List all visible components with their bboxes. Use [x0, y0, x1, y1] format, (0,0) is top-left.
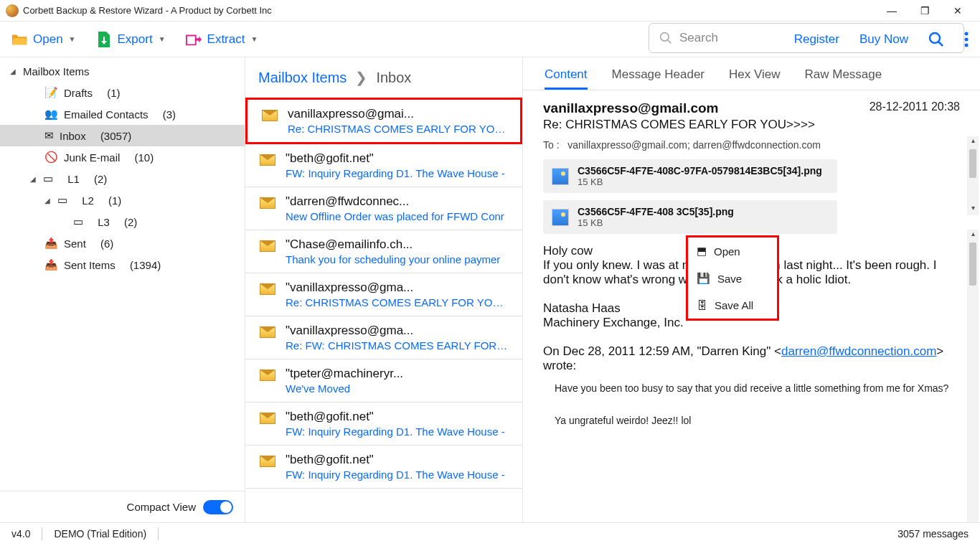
tree-item-drafts[interactable]: 📝Drafts (1) — [0, 82, 245, 103]
email-subject: FW: Inquiry Regarding D1. The Wave House… — [286, 468, 505, 481]
to-value: vanillaxpresso@gmail.com; darren@ffwdcon… — [567, 139, 821, 151]
context-save[interactable]: 💾Save — [688, 265, 777, 292]
tree-item-l2[interactable]: ◢▭ L2 (1) — [0, 189, 245, 211]
tree-item-inbox[interactable]: ✉Inbox (3057) — [0, 125, 245, 146]
email-from: "tpeter@machineryr... — [286, 367, 403, 381]
minimize-button[interactable]: — — [875, 0, 908, 22]
tree-label: Inbox — [60, 130, 86, 142]
search-icon — [659, 32, 672, 44]
body-scrollbar[interactable]: ▴ — [967, 230, 979, 522]
compact-view-toggle[interactable]: Compact View — [0, 491, 245, 522]
extract-button[interactable]: Extract ▼ — [186, 32, 258, 47]
tab-hex-view[interactable]: Hex View — [729, 67, 781, 90]
email-item[interactable]: "vanillaxpresso@gma...Re: FW: CHRISTMAS … — [245, 316, 522, 359]
context-open[interactable]: ⬒Open — [688, 237, 777, 265]
scroll-thumb[interactable] — [969, 149, 976, 178]
email-list-column: Mailbox Items ❯ Inbox vanillaxpresso@gma… — [245, 57, 523, 522]
more-button[interactable] — [964, 32, 969, 47]
toggle-switch[interactable] — [203, 500, 233, 514]
email-item[interactable]: "beth@gofit.net"FW: Inquiry Regarding D1… — [245, 446, 522, 489]
tree-item-junk[interactable]: 🚫Junk E-mail (10) — [0, 146, 245, 168]
envelope-icon — [262, 110, 278, 121]
scroll-thumb[interactable] — [969, 242, 976, 286]
quoted-message: Have you been too busy to say that you d… — [543, 380, 960, 428]
tab-label: Message Header — [612, 67, 705, 81]
email-from: "beth@gofit.net" — [286, 410, 505, 424]
sidebar: ◢Mailbox Items 📝Drafts (1) 👥Emailed Cont… — [0, 57, 245, 522]
tree-count: (1394) — [130, 259, 161, 271]
open-button[interactable]: Open ▼ — [11, 32, 76, 47]
email-item[interactable]: "darren@ffwdconnec...New Offline Order w… — [245, 187, 522, 230]
search-input[interactable]: Search — [649, 23, 964, 53]
search-placeholder: Search — [679, 31, 718, 45]
tab-raw-message[interactable]: Raw Message — [805, 67, 882, 90]
folder-icon: ▭ — [73, 215, 83, 228]
draft-icon: 📝 — [44, 86, 58, 99]
email-from: vanillaxpresso@gmai... — [288, 107, 510, 121]
email-subject: Re: FW: CHRISTMAS COMES EARLY FOR YOU> — [286, 339, 508, 352]
email-from: "Chase@emailinfo.ch... — [286, 237, 500, 252]
envelope-icon — [260, 456, 275, 467]
more-vertical-icon — [964, 32, 969, 47]
message-date: 28-12-2011 20:38 — [870, 100, 960, 113]
scroll-up-icon[interactable]: ▴ — [967, 136, 979, 148]
tree-count: (2) — [124, 216, 137, 228]
email-from: "beth@gofit.net" — [286, 453, 505, 467]
open-label: Open — [33, 32, 63, 47]
envelope-icon — [260, 283, 275, 295]
breadcrumb-root[interactable]: Mailbox Items — [258, 70, 347, 86]
context-save-all[interactable]: 🗄Save All — [688, 292, 777, 319]
sent-icon: 📤 — [44, 258, 58, 271]
email-subject: New Offline Order was placed for FFWD Co… — [286, 210, 504, 222]
email-list[interactable]: vanillaxpresso@gmai...Re: CHRISTMAS COME… — [245, 98, 522, 522]
close-button[interactable]: ✕ — [941, 0, 974, 22]
scroll-up-icon[interactable]: ▴ — [967, 230, 979, 241]
scroll-down-icon[interactable]: ▾ — [967, 204, 979, 215]
attachment-item[interactable]: C3566C5F-4F7E-408 3C5[35].png15 KB — [543, 200, 837, 234]
email-item[interactable]: "Chase@emailinfo.ch...Thank you for sche… — [245, 230, 522, 273]
context-label: Open — [714, 245, 740, 258]
tree-item-sent-items[interactable]: 📤Sent Items (1394) — [0, 254, 245, 276]
breadcrumb: Mailbox Items ❯ Inbox — [245, 57, 522, 98]
tree-item-l1[interactable]: ◢▭ L1 (2) — [0, 168, 245, 189]
attachment-name: C3566C5F-4F7E-408C-97FA-0579814E3BC5[34]… — [578, 165, 822, 176]
separator — [158, 527, 159, 540]
attachment-item[interactable]: C3566C5F-4F7E-408C-97FA-0579814E3BC5[34]… — [543, 159, 837, 193]
maximize-button[interactable]: ❐ — [908, 0, 941, 22]
extract-label: Extract — [207, 32, 245, 47]
attachments: C3566C5F-4F7E-408C-97FA-0579814E3BC5[34]… — [543, 159, 960, 234]
email-item[interactable]: "vanillaxpresso@gma...Re: CHRISTMAS COME… — [245, 273, 522, 316]
tree-item-emailed-contacts[interactable]: 👥Emailed Contacts (3) — [0, 103, 245, 125]
folder-icon: ▭ — [43, 172, 53, 185]
edition: DEMO (Trial Edition) — [54, 528, 146, 540]
email-from: "beth@gofit.net" — [286, 151, 505, 166]
email-item[interactable]: "tpeter@machineryr...We've Moved — [245, 359, 522, 402]
chevron-right-icon: ❯ — [355, 69, 367, 86]
export-icon — [96, 32, 112, 47]
chevron-down-icon: ▼ — [250, 35, 258, 43]
attachment-scrollbar[interactable]: ▴▾ — [967, 136, 979, 215]
email-item[interactable]: "beth@gofit.net"FW: Inquiry Regarding D1… — [245, 144, 522, 187]
folder-open-icon — [11, 32, 27, 47]
quote-line: Ya ungrateful weirdo! Jeez!! lol — [555, 413, 960, 428]
chevron-down-icon: ▼ — [159, 35, 166, 43]
tree-item-l3[interactable]: ▭ L3 (2) — [0, 211, 245, 232]
tree-root[interactable]: ◢Mailbox Items — [0, 60, 245, 82]
svg-point-3 — [965, 37, 969, 41]
export-button[interactable]: Export ▼ — [96, 32, 166, 47]
message-to: To : vanillaxpresso@gmail.com; darren@ff… — [543, 139, 960, 151]
tab-message-header[interactable]: Message Header — [612, 67, 705, 90]
email-link[interactable]: darren@ffwdconnection.com — [781, 344, 936, 358]
tree-label: Sent — [64, 237, 86, 250]
email-item[interactable]: vanillaxpresso@gmai...Re: CHRISTMAS COME… — [245, 98, 522, 144]
email-from: "vanillaxpresso@gma... — [286, 281, 508, 295]
quote-intro: On Dec 28, 2011 12:59 AM, "Darren King" … — [543, 344, 960, 373]
separator — [42, 527, 42, 540]
tab-content[interactable]: Content — [545, 67, 588, 90]
email-item[interactable]: "beth@gofit.net"FW: Inquiry Regarding D1… — [245, 402, 522, 446]
tree-count: (10) — [135, 151, 154, 164]
chevron-down-icon: ◢ — [44, 197, 52, 204]
context-label: Save All — [715, 299, 753, 311]
save-icon: 💾 — [697, 272, 710, 285]
tree-item-sent[interactable]: 📤Sent (6) — [0, 232, 245, 254]
